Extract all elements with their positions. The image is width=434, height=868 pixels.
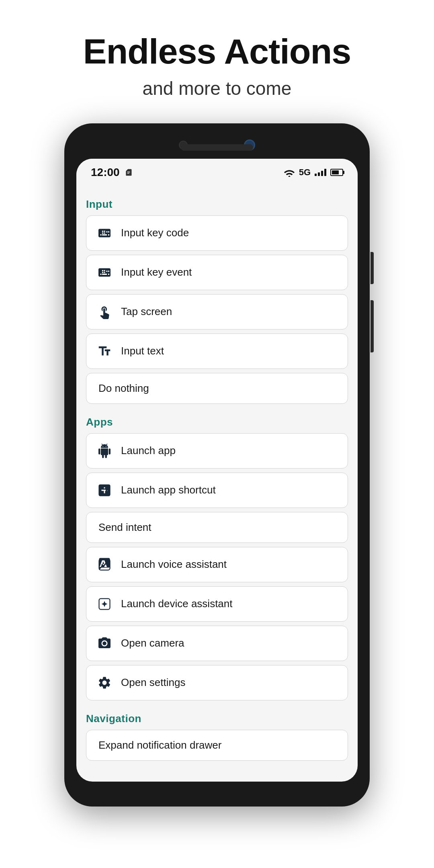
screen-content: Input Input key code Input key event [76,184,358,774]
text-icon [96,343,113,360]
settings-icon [96,674,113,691]
action-item-send-intent[interactable]: Send intent [86,512,348,543]
status-icons: 5G [284,167,343,178]
action-label-open-settings: Open settings [121,676,185,689]
battery-fill [332,170,339,174]
wifi-icon [284,168,295,177]
action-item-expand-notification-drawer[interactable]: Expand notification drawer [86,730,348,761]
action-label-launch-app-shortcut: Launch app shortcut [121,484,216,496]
action-item-open-settings[interactable]: Open settings [86,665,348,700]
action-item-input-key-code[interactable]: Input key code [86,215,348,251]
speaker-bar [181,144,253,151]
action-label-send-intent: Send intent [98,521,151,534]
android-icon [96,442,113,459]
page-header: Endless Actions and more to come [59,0,375,115]
action-item-open-camera[interactable]: Open camera [86,626,348,661]
device-assistant-icon [96,596,113,612]
page-subtitle: and more to come [83,78,351,99]
action-label-do-nothing: Do nothing [98,382,149,395]
action-label-input-key-code: Input key code [121,227,189,239]
action-label-open-camera: Open camera [121,637,184,649]
action-item-tap-screen[interactable]: Tap screen [86,294,348,330]
action-label-launch-app: Launch app [121,444,176,457]
section-header-navigation: Navigation [86,704,348,730]
action-label-launch-device-assistant: Launch device assistant [121,598,233,610]
touch-icon [96,303,113,320]
phone-frame: 12:00 5G [64,123,370,807]
action-item-launch-app[interactable]: Launch app [86,433,348,469]
action-label-tap-screen: Tap screen [121,305,172,318]
status-time: 12:00 [91,166,133,179]
action-item-do-nothing[interactable]: Do nothing [86,373,348,404]
section-header-apps: Apps [86,408,348,433]
action-item-input-text[interactable]: Input text [86,334,348,369]
action-label-expand-notification-drawer: Expand notification drawer [98,739,221,751]
keyboard-icon-2 [96,264,113,281]
sim-icon [125,168,133,176]
camera-icon [96,635,113,652]
section-header-input: Input [86,190,348,215]
shortcut-icon [96,482,113,499]
assistant-icon [96,556,113,573]
keyboard-icon [96,225,113,242]
status-bar: 12:00 5G [76,159,358,184]
phone-screen: 12:00 5G [76,159,358,782]
action-item-launch-app-shortcut[interactable]: Launch app shortcut [86,473,348,508]
network-type: 5G [299,167,311,178]
action-label-input-text: Input text [121,345,164,357]
action-item-launch-voice-assistant[interactable]: Launch voice assistant [86,547,348,582]
action-item-launch-device-assistant[interactable]: Launch device assistant [86,586,348,622]
page-title: Endless Actions [83,32,351,71]
action-label-input-key-event: Input key event [121,266,192,278]
action-item-input-key-event[interactable]: Input key event [86,255,348,290]
signal-bars [315,169,326,176]
battery-icon [330,169,343,176]
action-label-launch-voice-assistant: Launch voice assistant [121,558,227,571]
